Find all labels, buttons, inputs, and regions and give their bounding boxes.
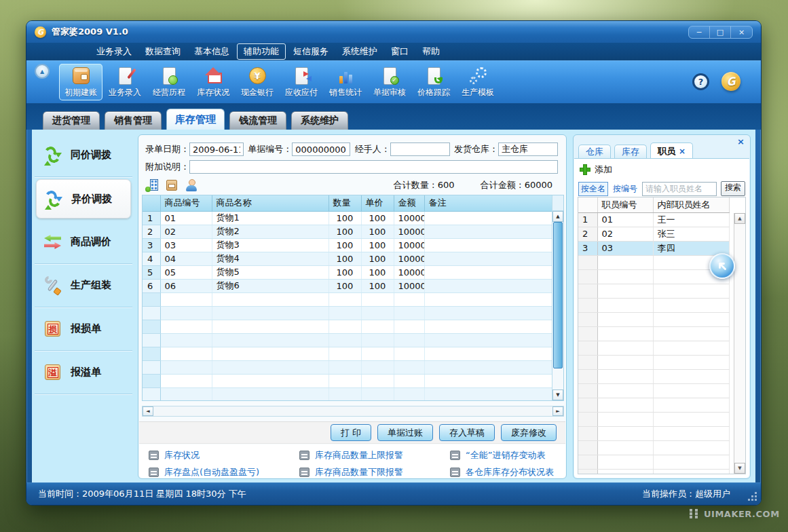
- item-row[interactable]: 404货物410010010000: [143, 252, 552, 265]
- toolbar-item-label: 应收应付: [285, 87, 318, 98]
- sidebar-item-loss-report[interactable]: 损 报损单: [35, 307, 132, 351]
- wallet-icon: [73, 67, 90, 84]
- toolbar-item-price-tracking[interactable]: 价格跟踪: [412, 64, 455, 100]
- help-icon[interactable]: ?: [692, 73, 709, 90]
- handler-input[interactable]: [390, 142, 450, 156]
- col-item-name[interactable]: 商品名称: [212, 195, 329, 211]
- close-button[interactable]: ×: [731, 26, 752, 38]
- col-amount[interactable]: 金额: [394, 195, 424, 211]
- menu-business-entry[interactable]: 业务录入: [90, 44, 138, 59]
- panel-close-icon[interactable]: ×: [737, 137, 745, 146]
- post-voucher-button[interactable]: 单据过账: [377, 424, 433, 441]
- discard-changes-button[interactable]: 废弃修改: [501, 424, 557, 441]
- scroll-down-button[interactable]: ▼: [552, 390, 563, 400]
- toolbar-item-voucher-audit[interactable]: ✓ 单据审核: [368, 64, 411, 100]
- tab-system-maintenance[interactable]: 系统维护: [291, 111, 348, 130]
- print-button[interactable]: 打 印: [331, 424, 371, 441]
- person-icon[interactable]: [185, 178, 198, 192]
- scroll-right-button[interactable]: ►: [552, 406, 563, 416]
- sidebar-item-same-price-transfer[interactable]: 同价调拨: [35, 134, 132, 177]
- transfer-same-price-icon: [43, 146, 62, 164]
- sidebar-item-overflow-report[interactable]: 溢 报溢单: [35, 351, 132, 394]
- filter-by-code-button[interactable]: 按编号: [612, 183, 638, 195]
- scroll-up-button[interactable]: ▲: [734, 213, 745, 224]
- toolbar-item-initial-account[interactable]: 初期建账: [59, 64, 102, 100]
- tab-inventory-management[interactable]: 库存管理: [166, 109, 225, 130]
- toolbar-item-business-entry[interactable]: 业务录入: [103, 64, 147, 100]
- menu-help[interactable]: 帮助: [416, 44, 446, 59]
- filter-by-name-button[interactable]: 按全名: [578, 182, 608, 196]
- tab-warehouse[interactable]: 仓库: [578, 145, 611, 159]
- staff-row[interactable]: 202张三: [578, 227, 729, 241]
- horizontal-scrollbar[interactable]: ◄ ►: [142, 406, 564, 417]
- toolbar-item-receivable-payable[interactable]: 应收应付: [280, 64, 323, 100]
- maximize-button[interactable]: □: [710, 26, 731, 38]
- menu-auxiliary-functions[interactable]: 辅助功能: [237, 43, 286, 60]
- title-bar[interactable]: G 管家婆2009 V1.0 ─ □ ×: [26, 21, 761, 43]
- col-staff-code[interactable]: 职员编号: [597, 197, 653, 212]
- link-stocktaking[interactable]: 库存盘点(自动盘盈盘亏): [149, 466, 299, 478]
- resize-grip-icon[interactable]: [748, 492, 757, 501]
- package-icon[interactable]: [165, 178, 179, 192]
- menu-basic-info[interactable]: 基本信息: [188, 44, 236, 59]
- toolbar-item-sales-statistics[interactable]: 销售统计: [324, 64, 367, 100]
- link-warehouse-distribution-table[interactable]: 各仓库库存分布状况表: [450, 466, 565, 478]
- sidebar-item-goods-price-adjust[interactable]: 商品调价: [35, 221, 132, 264]
- col-item-code[interactable]: 商品编号: [160, 195, 212, 211]
- items-grid: 商品编号 商品名称 数量 单价 金额 备注 101货物110010010000 …: [142, 195, 564, 401]
- item-row[interactable]: 606货物610010010000: [143, 279, 552, 292]
- tab-sales-management[interactable]: 销售管理: [105, 111, 162, 130]
- item-row[interactable]: 101货物110010010000: [143, 211, 552, 225]
- voucher-number-input[interactable]: [292, 142, 350, 156]
- link-stock-lower-limit-alert[interactable]: 库存商品数量下限报警: [299, 466, 450, 478]
- tab-staff[interactable]: 职员×: [650, 142, 693, 159]
- col-price[interactable]: 单价: [361, 195, 394, 211]
- staff-row[interactable]: 101王一: [578, 212, 729, 227]
- tab-purchase-management[interactable]: 进货管理: [43, 111, 100, 130]
- link-stock-upper-limit-alert[interactable]: 库存商品数量上限报警: [299, 449, 450, 461]
- toolbar-item-inventory-status[interactable]: 库存状况: [191, 64, 235, 100]
- col-qty[interactable]: 数量: [329, 195, 361, 211]
- warehouse-input[interactable]: [498, 142, 558, 156]
- tab-close-icon[interactable]: ×: [679, 147, 686, 156]
- empty-row: [578, 455, 729, 469]
- toolbar-item-label: 库存状况: [197, 87, 229, 98]
- menu-data-query[interactable]: 数据查询: [139, 44, 187, 59]
- scroll-left-button[interactable]: ◄: [143, 406, 153, 416]
- add-row[interactable]: 添加: [574, 159, 749, 179]
- status-bar: 当前时间：2009年06月11日 星期四 18时30分 下午 当前操作员：超级用…: [26, 482, 761, 505]
- vertical-scrollbar[interactable]: ▲ ▼: [552, 195, 563, 400]
- staff-vertical-scrollbar[interactable]: ▲ ▼: [734, 213, 745, 474]
- search-button[interactable]: 搜索: [721, 181, 745, 196]
- minimize-button[interactable]: ─: [689, 26, 710, 38]
- item-row[interactable]: 505货物510010010000: [143, 265, 552, 279]
- sidebar-item-production-assembly[interactable]: 生产组装: [35, 264, 132, 307]
- tab-stock[interactable]: 库存: [614, 145, 647, 159]
- link-inventory-status[interactable]: 库存状况: [149, 449, 299, 461]
- note-input[interactable]: [189, 160, 558, 174]
- toolbar-item-production-template[interactable]: 生产模板: [456, 64, 500, 100]
- tab-cashflow-management[interactable]: 钱流管理: [229, 111, 286, 130]
- staff-row-selected[interactable]: 303李四: [578, 241, 729, 255]
- sidebar-item-diff-price-transfer[interactable]: 异价调拨: [36, 179, 131, 218]
- save-draft-button[interactable]: 存入草稿: [439, 424, 495, 441]
- link-almighty-inventory-change-table[interactable]: “全能”进销存变动表: [450, 449, 565, 461]
- col-staff-name[interactable]: 内部职员姓名: [653, 197, 729, 212]
- item-row[interactable]: 202货物210010010000: [143, 225, 552, 238]
- item-row[interactable]: 303货物310010010000: [143, 238, 552, 252]
- date-input[interactable]: [189, 142, 244, 156]
- menu-window[interactable]: 窗口: [385, 44, 415, 59]
- toolbar-item-operation-history[interactable]: 经营历程: [147, 64, 191, 100]
- menu-system-maintenance[interactable]: 系统维护: [336, 44, 383, 59]
- scroll-up-button[interactable]: ▲: [552, 211, 563, 222]
- col-note[interactable]: 备注: [424, 195, 552, 211]
- toolbar-item-cash-bank[interactable]: ¥ 现金银行: [236, 64, 279, 100]
- empty-row: [143, 292, 552, 306]
- building-icon[interactable]: [145, 178, 159, 192]
- scroll-down-button[interactable]: ▼: [734, 463, 745, 474]
- toolbar-item-label: 业务录入: [109, 87, 141, 98]
- collapse-toolbar-button[interactable]: ▲: [35, 64, 50, 79]
- menu-sms-service[interactable]: 短信服务: [287, 44, 335, 59]
- staff-name-input[interactable]: [642, 182, 717, 196]
- scroll-thumb[interactable]: [553, 222, 563, 368]
